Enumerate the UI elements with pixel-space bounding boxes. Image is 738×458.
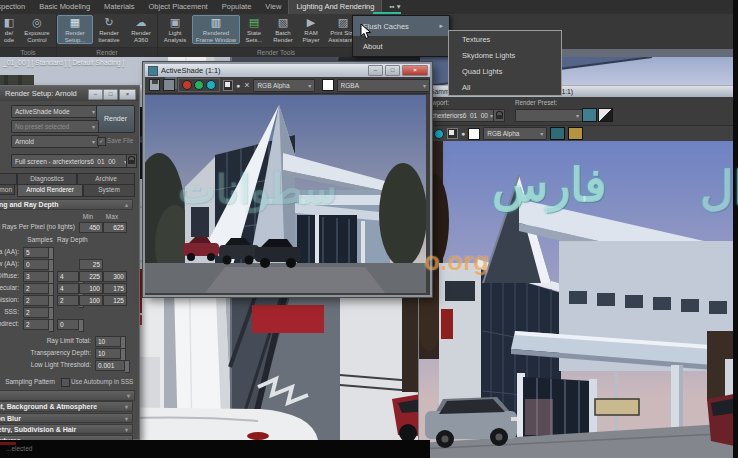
monochrome-icon[interactable]: ● bbox=[236, 82, 240, 89]
dialog-tab-common[interactable]: Common bbox=[0, 184, 15, 195]
volume-indirect-samples-spinner[interactable]: 2 bbox=[23, 319, 54, 332]
sampling-pattern-label: Sampling Pattern bbox=[0, 378, 55, 385]
menu-item-about[interactable]: About bbox=[353, 36, 449, 56]
mode-button[interactable]: ◧ de/ode bbox=[0, 15, 18, 43]
ram-player-button[interactable]: ▶ RAMPlayer bbox=[298, 15, 324, 43]
channel-button-group bbox=[178, 78, 220, 92]
tab-populate[interactable]: Populate bbox=[215, 0, 259, 14]
rfw-render-preset-dropdown[interactable]: ▾ bbox=[515, 109, 583, 122]
rfw-toolbar: ● RGB Alpha▾ bbox=[419, 125, 738, 141]
print-size-assistant-icon: ▨ bbox=[336, 16, 351, 29]
preset-dropdown[interactable]: No preset selected▾ bbox=[11, 120, 99, 133]
submenu-item-textures[interactable]: Textures bbox=[449, 31, 561, 47]
rollout-motion-blur[interactable]: Motion Blur▾ bbox=[0, 413, 133, 423]
rendered-frame-window: Display Gamma: 2.2, RGBA Color 32 Bits/C… bbox=[418, 85, 738, 458]
submenu-item-quad-lights[interactable]: Quad Lights bbox=[449, 63, 561, 79]
rfw-save-icon[interactable] bbox=[582, 108, 597, 122]
exposure-control-button[interactable]: ◎ ExposureControl bbox=[18, 15, 56, 43]
light-analysis-button[interactable]: ▣ LightAnalysis bbox=[158, 15, 192, 43]
rendered-frame-window-button[interactable]: ▥ RenderedFrame Window bbox=[192, 15, 240, 44]
rfw-lock-viewport-icon[interactable] bbox=[493, 109, 505, 122]
activeshade-titlebar[interactable]: ActiveShade (1:1) – □ × bbox=[145, 64, 430, 77]
green-channel-icon[interactable] bbox=[194, 80, 204, 90]
ribbon-group-render: ▦ RenderSetup... ↻ RenderIterative ☁ Ren… bbox=[57, 14, 158, 57]
save-image-icon[interactable] bbox=[149, 79, 160, 91]
render-setup-maximize-button[interactable]: □ bbox=[103, 89, 118, 100]
rfw-clone-icon[interactable] bbox=[598, 108, 613, 122]
rollout-environment[interactable]: Environment, Background & Atmosphere▾ bbox=[0, 401, 133, 412]
background-color-swatch[interactable] bbox=[322, 79, 333, 91]
rfw-viewport-dropdown[interactable]: archexteriors6_01_00▾ bbox=[423, 109, 497, 122]
tab-view[interactable]: View bbox=[258, 0, 288, 14]
rendered-frame-window-icon: ▥ bbox=[209, 16, 224, 29]
rollout-geometry[interactable]: Geometry, Subdivision & Hair▾ bbox=[0, 424, 133, 434]
tab-inspection[interactable]: Inspection bbox=[0, 0, 32, 14]
low-light-threshold-label: Low Light Threshold: bbox=[0, 361, 91, 368]
rfw-clear-color-swatch[interactable] bbox=[468, 128, 480, 140]
renderer-dropdown[interactable]: Arnold▾ bbox=[11, 135, 99, 148]
render-a360-button[interactable]: ☁ RenderA360 bbox=[125, 15, 157, 43]
rfw-channel-blue-icon[interactable] bbox=[434, 129, 444, 139]
activeshade-minimize-button[interactable]: – bbox=[368, 65, 383, 76]
save-file-label: Save File bbox=[107, 137, 133, 144]
activeshade-channel-dropdown[interactable]: RGB Alpha▾ bbox=[253, 79, 315, 92]
dialog-tab-arnold-renderer[interactable]: Arnold Renderer bbox=[17, 184, 83, 197]
render-setup-button[interactable]: ▦ RenderSetup... bbox=[57, 15, 93, 44]
group-label-render: Render bbox=[57, 47, 157, 57]
state-sets-button[interactable]: ▤ StateSets... bbox=[240, 15, 268, 43]
transparency-depth-label: Transparency Depth: bbox=[0, 349, 91, 356]
row-preview-aa-label: Preview (AA): bbox=[0, 260, 19, 267]
red-channel-icon[interactable] bbox=[182, 80, 192, 90]
render-setup-close-button[interactable]: × bbox=[119, 89, 136, 100]
render-setup-icon: ▦ bbox=[68, 16, 83, 29]
batch-render-button[interactable]: ▧ BatchRender bbox=[268, 15, 298, 43]
clear-icon[interactable]: × bbox=[244, 80, 249, 90]
row-sss-label: SSS: bbox=[0, 308, 19, 315]
autobump-checkbox[interactable] bbox=[61, 378, 70, 387]
transmission-min-value: 100 bbox=[79, 295, 103, 306]
dialog-tab-system[interactable]: System bbox=[83, 184, 135, 197]
activeshade-close-button[interactable]: × bbox=[402, 65, 428, 76]
tab-materials[interactable]: Materials bbox=[97, 0, 141, 14]
row-volume-indirect-label: Volume Indirect: bbox=[0, 320, 19, 327]
activeshade-display-dropdown[interactable]: RGBA▾ bbox=[337, 79, 430, 92]
group-label-tools: Tools bbox=[0, 47, 56, 57]
lock-viewport-icon[interactable] bbox=[126, 154, 137, 168]
rfw-controls: Viewport: archexteriors6_01_00▾ Render P… bbox=[419, 97, 738, 125]
state-sets-icon: ▤ bbox=[247, 16, 262, 29]
render-setup-minimize-button[interactable]: – bbox=[88, 89, 103, 100]
submenu-arrow-icon: ▸ bbox=[439, 22, 443, 30]
specular-max-value: 175 bbox=[103, 283, 127, 294]
submenu-item-skydome-lights[interactable]: Skydome Lights bbox=[449, 47, 561, 63]
render-iterative-button[interactable]: ↻ RenderIterative bbox=[93, 15, 125, 43]
render-button[interactable]: Render bbox=[96, 105, 135, 133]
tab-object-placement[interactable]: Object Placement bbox=[142, 0, 215, 14]
rollout-sampling-and-ray-depth[interactable]: Sampling and Ray Depth▴ bbox=[0, 199, 133, 210]
flush-caches-submenu: Textures Skydome Lights Quad Lights All bbox=[448, 30, 562, 96]
clone-image-icon[interactable] bbox=[163, 79, 174, 91]
save-file-checkbox[interactable]: ✓ bbox=[97, 137, 106, 146]
row-specular-label: Specular: bbox=[0, 284, 19, 291]
transmission-max-value: 125 bbox=[103, 295, 127, 306]
rollout-filtering[interactable]: ▾ bbox=[0, 390, 135, 401]
low-light-threshold-spinner[interactable]: 0.001 bbox=[95, 360, 130, 373]
alpha-channel-icon[interactable] bbox=[223, 80, 233, 91]
rfw-monitor-icon[interactable] bbox=[550, 127, 565, 140]
submenu-item-all[interactable]: All bbox=[449, 79, 561, 95]
render-target-dropdown[interactable]: ActiveShade Mode▾ bbox=[11, 105, 99, 118]
volume-indirect-depth-spinner[interactable]: 0 bbox=[57, 319, 84, 332]
blue-channel-icon[interactable] bbox=[206, 80, 216, 90]
menu-item-flush-caches[interactable]: Flush Caches▸ bbox=[353, 16, 449, 36]
activeshade-maximize-button[interactable]: □ bbox=[385, 65, 400, 76]
row-diffuse-label: Diffuse: bbox=[0, 272, 19, 279]
rfw-channel-display-dropdown[interactable]: RGB Alpha▾ bbox=[483, 127, 547, 140]
tab-basic-modeling[interactable]: Basic Modeling bbox=[32, 0, 97, 14]
rfw-settings-icon[interactable] bbox=[568, 127, 583, 140]
ribbon-group-tools: ◧ de/ode ◎ ExposureControl Tools bbox=[0, 14, 57, 57]
rfw-alpha-icon[interactable] bbox=[447, 128, 458, 139]
tab-lighting-and-rendering[interactable]: Lighting And Rendering bbox=[288, 0, 382, 14]
rfw-mono-icon[interactable]: ● bbox=[461, 130, 465, 137]
activeshade-app-icon bbox=[148, 66, 158, 76]
ribbon-groups: ◧ de/ode ◎ ExposureControl Tools ▦ Rende… bbox=[0, 14, 395, 57]
viewport-target-dropdown[interactable]: Full screen - archexteriors6_01_00▾ bbox=[11, 154, 131, 168]
